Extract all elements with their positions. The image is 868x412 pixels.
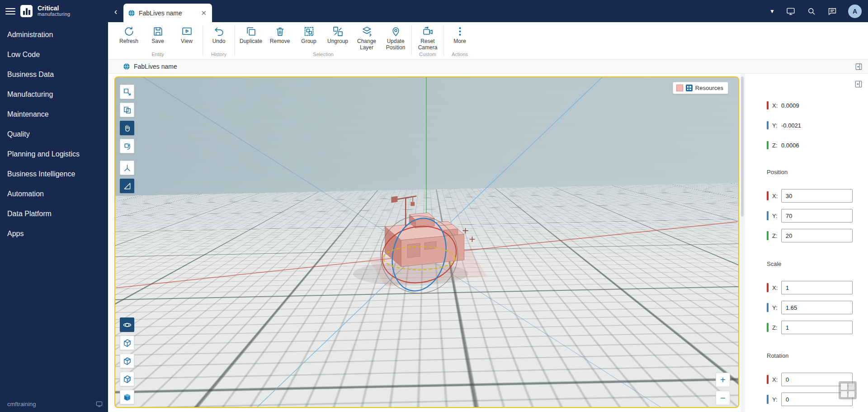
ribbon-group-selection: Duplicate Remove Group Ungroup: [236, 22, 410, 59]
coordinate-y-value: -0.0021: [781, 122, 801, 129]
position-y-row: Y:: [767, 209, 868, 223]
tab-list-caret-icon[interactable]: ▼: [769, 8, 775, 14]
avatar[interactable]: A: [848, 5, 862, 18]
axis-x-bar: [767, 375, 769, 384]
sidebar-item-automation[interactable]: Automation: [0, 184, 108, 204]
rotate-tool-button[interactable]: [120, 139, 134, 153]
button-label: Duplicate: [240, 38, 262, 45]
rotation-x-input[interactable]: [781, 373, 853, 386]
inspector-scrollbar[interactable]: [741, 74, 744, 412]
save-button[interactable]: Save: [143, 26, 172, 52]
scale-x-input[interactable]: [781, 281, 853, 294]
sidebar-item-maintenance[interactable]: Maintenance: [0, 104, 108, 124]
measure-tool-icon: [123, 182, 132, 190]
scale-y-input[interactable]: [781, 301, 853, 314]
sidebar-item-data-platform[interactable]: Data Platform: [0, 204, 108, 224]
coordinate-x-row: X: 0.0009: [767, 100, 868, 111]
ribbon-group-history: Undo History: [204, 22, 233, 59]
3d-view-button[interactable]: [120, 390, 134, 404]
group-icon: [303, 26, 315, 37]
3d-viewport[interactable]: Resources + −: [114, 76, 739, 408]
button-label: Group: [301, 38, 316, 45]
orbit-tool-button[interactable]: [120, 317, 134, 332]
collapse-panel-button[interactable]: [854, 80, 863, 90]
more-button[interactable]: More: [445, 26, 474, 52]
ungroup-button[interactable]: Ungroup: [323, 26, 352, 52]
undo-button[interactable]: Undo: [204, 26, 233, 52]
position-y-input[interactable]: [781, 209, 853, 223]
ungroup-icon: [332, 26, 344, 37]
ribbon-divider: [203, 26, 203, 56]
ribbon-group-custom: Reset Camera Custom: [413, 22, 442, 59]
shaded-view-button[interactable]: [120, 354, 134, 368]
back-chevron-icon[interactable]: ‹: [108, 7, 123, 16]
group-button[interactable]: Group: [294, 26, 323, 52]
position-z-row: Z:: [767, 229, 868, 242]
remove-button[interactable]: Remove: [265, 26, 294, 52]
hamburger-menu-icon[interactable]: [5, 8, 15, 14]
button-label: Change Layer: [352, 38, 381, 51]
axes-tool-button[interactable]: [120, 161, 134, 175]
position-section: Position X: Y: Z:: [767, 169, 868, 242]
measure-tool-button[interactable]: [120, 179, 134, 193]
axis-z-bar: [767, 323, 769, 332]
wireframe-view-button[interactable]: [120, 336, 134, 350]
axis-x-label: X:: [772, 284, 781, 291]
sidebar-item-business-data[interactable]: Business Data: [0, 65, 108, 85]
view-button[interactable]: View: [172, 26, 201, 52]
ribbon-divider: [411, 26, 412, 56]
save-icon: [152, 26, 164, 37]
button-label: Refresh: [119, 38, 138, 45]
wireframe-cube-icon: [123, 339, 132, 347]
sidebar-item-quality[interactable]: Quality: [0, 124, 108, 144]
reset-camera-button[interactable]: Reset Camera: [413, 26, 442, 52]
scrollbar-thumb[interactable]: [741, 76, 744, 217]
tab-close-icon[interactable]: ✕: [200, 9, 208, 17]
refresh-button[interactable]: Refresh: [114, 26, 143, 52]
active-tab[interactable]: FabLives name ✕: [123, 4, 212, 22]
sidebar-item-planning-and-logistics[interactable]: Planning and Logistics: [0, 144, 108, 164]
zoom-controls: + −: [716, 373, 730, 405]
solid-view-button[interactable]: [120, 372, 134, 386]
reset-camera-icon: [422, 26, 434, 37]
axis-x-label: X:: [772, 102, 781, 109]
axis-z-bar: [767, 231, 769, 240]
open-panel-icon[interactable]: [855, 63, 863, 71]
change-layer-button[interactable]: Change Layer: [352, 26, 381, 52]
sidebar-item-administration[interactable]: Administration: [0, 25, 108, 45]
pan-tool-button[interactable]: [120, 121, 134, 135]
search-icon[interactable]: [807, 6, 816, 16]
breadcrumb-globe-icon: [123, 63, 130, 70]
button-label: Undo: [212, 38, 226, 45]
resources-legend[interactable]: Resources: [673, 82, 728, 94]
zoom-in-button[interactable]: +: [716, 373, 730, 387]
ribbon-group-entity: Refresh Save View Entity: [114, 22, 201, 59]
refresh-icon: [123, 26, 135, 37]
group-label-selection: Selection: [236, 52, 410, 59]
change-layer-icon: [361, 26, 373, 37]
axis-y-bar: [767, 121, 769, 129]
position-z-input[interactable]: [781, 229, 853, 242]
select-tool-button[interactable]: [120, 85, 134, 99]
axis-y-bar: [767, 395, 769, 404]
topbar: ‹ FabLives name ✕ ▼: [108, 0, 868, 22]
position-x-input[interactable]: [781, 189, 853, 203]
brand-text: Critical manufacturing: [38, 5, 70, 17]
scale-z-input[interactable]: [781, 321, 853, 334]
legend-label: Resources: [695, 85, 723, 91]
axis-z-label: Z:: [772, 142, 781, 149]
button-label: Save: [151, 38, 164, 45]
rotation-y-input[interactable]: [781, 393, 853, 406]
sidebar-item-business-intelligence[interactable]: Business Intelligence: [0, 164, 108, 184]
sidebar-item-apps[interactable]: Apps: [0, 224, 108, 244]
ribbon-divider: [443, 26, 444, 56]
chat-icon[interactable]: [827, 6, 837, 16]
pan-tool-icon: [123, 124, 132, 133]
sidebar-item-manufacturing[interactable]: Manufacturing: [0, 85, 108, 104]
update-position-button[interactable]: Update Position: [381, 26, 410, 52]
duplicate-button[interactable]: Duplicate: [236, 26, 265, 52]
sidebar-item-low-code[interactable]: Low Code: [0, 45, 108, 65]
duplicate-tool-button[interactable]: [120, 103, 134, 117]
screen-capture-icon[interactable]: [786, 6, 796, 16]
zoom-out-button[interactable]: −: [716, 391, 730, 405]
